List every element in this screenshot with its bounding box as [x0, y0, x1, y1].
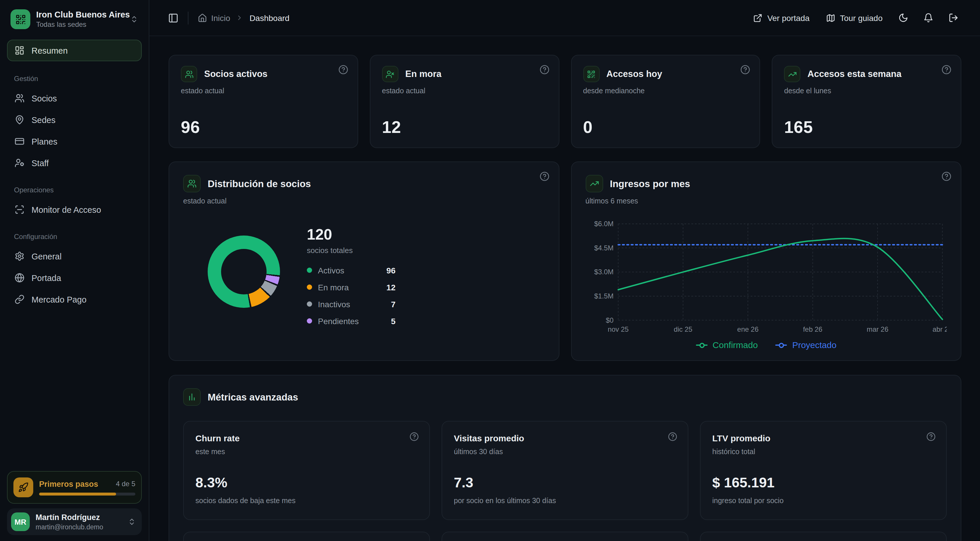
view-site-button[interactable]: Ver portada: [748, 10, 816, 26]
svg-text:$3.0M: $3.0M: [594, 268, 613, 276]
notifications-button[interactable]: [918, 10, 939, 26]
help-icon[interactable]: [942, 65, 951, 75]
donut-summary: 120 socios totales Activos 96 En mora: [307, 226, 396, 325]
link-icon: [14, 294, 24, 304]
users-icon: [14, 93, 24, 103]
metric-card-visitas-promedio: Visitas promedio últimos 30 días 7.3 por…: [442, 421, 688, 520]
breadcrumb: Inicio Dashboard: [198, 13, 290, 22]
card-chip: [585, 175, 603, 192]
help-icon[interactable]: [926, 432, 935, 441]
map-icon: [826, 13, 835, 22]
distribution-card: Distribución de socios estado actual 120…: [169, 162, 559, 361]
onboarding-chip: [13, 478, 33, 497]
org-name: Iron Club Buenos Aires: [36, 10, 124, 20]
nav-section-operaciones: Operaciones: [7, 186, 142, 194]
user-name: Martín Rodríguez: [36, 513, 122, 523]
stat-value: 96: [181, 118, 346, 137]
svg-text:nov 25: nov 25: [608, 325, 628, 333]
sidebar: Iron Club Buenos Aires Todas las sedes R…: [0, 0, 150, 541]
help-icon[interactable]: [668, 432, 677, 441]
app-window: Iron Club Buenos Aires Todas las sedes R…: [0, 0, 980, 541]
stat-card-accesos-semana: Accesos esta semana desde el lunes 165: [772, 55, 962, 148]
svg-text:feb 26: feb 26: [803, 325, 822, 333]
line-swatch-icon: [696, 342, 707, 348]
charts-row: Distribución de socios estado actual 120…: [169, 162, 961, 361]
legend-dot: [307, 301, 312, 307]
metric-title: Visitas promedio: [454, 433, 676, 443]
stat-chip: [784, 66, 800, 82]
layout-dashboard-icon: [14, 46, 24, 56]
sidebar-item-label: General: [32, 252, 62, 261]
onboarding-progress-fill: [39, 492, 116, 495]
logout-icon: [948, 13, 958, 23]
metric-subtitle: este mes: [196, 448, 418, 456]
user-cog-icon: [14, 158, 24, 168]
help-icon[interactable]: [409, 432, 419, 441]
legend-row-pendientes: Pendientes 5: [307, 316, 396, 325]
sidebar-toggle-button[interactable]: [168, 13, 178, 23]
stat-chip: [181, 66, 197, 82]
org-switcher[interactable]: Iron Club Buenos Aires Todas las sedes: [7, 7, 142, 32]
chevrons-up-down-icon: [130, 15, 138, 23]
sidebar-item-mercado-pago[interactable]: Mercado Pago: [7, 289, 142, 310]
stat-chip: [382, 66, 398, 82]
help-icon[interactable]: [942, 171, 951, 181]
card-subtitle: estado actual: [183, 197, 544, 205]
sidebar-item-planes[interactable]: Planes: [7, 130, 142, 152]
stat-value: 165: [784, 118, 950, 137]
metric-footnote: socios dados de baja este mes: [196, 497, 418, 505]
help-icon[interactable]: [539, 65, 549, 75]
sidebar-item-general[interactable]: General: [7, 246, 142, 267]
stats-row: Socios activos estado actual 96 En mora …: [169, 55, 961, 148]
sidebar-item-label: Mercado Pago: [32, 295, 87, 304]
breadcrumb-home[interactable]: Inicio: [198, 13, 230, 22]
rocket-icon: [18, 482, 29, 493]
metrics-grid: Churn rate este mes 8.3% socios dados de…: [183, 421, 947, 520]
onboarding-card[interactable]: Primeros pasos 4 de 5: [7, 471, 142, 504]
chevrons-up-down-icon: [128, 518, 136, 526]
avatar: MR: [11, 512, 30, 531]
map-pin-icon: [14, 115, 24, 125]
sidebar-item-staff[interactable]: Staff: [7, 152, 142, 174]
card-title: Ingresos por mes: [610, 178, 690, 189]
user-menu[interactable]: MR Martín Rodríguez martin@ironclub.demo: [7, 508, 142, 535]
scan-line-icon: [14, 205, 24, 214]
sidebar-item-portada[interactable]: Portada: [7, 267, 142, 289]
help-icon[interactable]: [338, 65, 348, 75]
nav-section-gestion: Gestión: [7, 75, 142, 83]
metric-footnote: por socio en los últimos 30 días: [454, 497, 676, 505]
legend-dot: [307, 268, 312, 273]
moon-icon: [898, 13, 908, 23]
theme-toggle-button[interactable]: [893, 10, 913, 26]
sidebar-bottom: Primeros pasos 4 de 5 MR Martín Rodrígue…: [7, 471, 142, 535]
sidebar-nav: Resumen Gestión Socios Sedes Planes Staf…: [7, 32, 142, 310]
chevron-right-icon: [235, 14, 243, 22]
card-chip: [183, 388, 200, 406]
users-icon: [185, 70, 193, 78]
guided-tour-button[interactable]: Tour guiado: [820, 10, 888, 26]
card-subtitle: últimos 6 meses: [585, 197, 947, 205]
advanced-metrics-card: Métricas avanzadas Churn rate este mes 8…: [169, 375, 961, 541]
sidebar-item-sedes[interactable]: Sedes: [7, 109, 142, 130]
legend-dot: [307, 318, 312, 324]
legend-item-proyectado[interactable]: Proyectado: [775, 340, 837, 350]
logout-button[interactable]: [943, 10, 964, 26]
metric-title: Churn rate: [196, 433, 418, 443]
sidebar-item-monitor-de-acceso[interactable]: Monitor de Acceso: [7, 199, 142, 221]
help-icon[interactable]: [539, 171, 549, 181]
svg-text:dic 25: dic 25: [673, 325, 692, 333]
sidebar-item-socios[interactable]: Socios: [7, 87, 142, 109]
stat-subtitle: desde medianoche: [583, 87, 748, 95]
qr-code-icon: [15, 14, 26, 25]
metric-subtitle: histórico total: [712, 448, 934, 456]
income-card: Ingresos por mes últimos 6 meses nov 25d…: [571, 162, 961, 361]
legend-item-confirmado[interactable]: Confirmado: [696, 340, 758, 350]
help-icon[interactable]: [741, 65, 751, 75]
sidebar-item-label: Monitor de Acceso: [32, 205, 101, 214]
section-title: Métricas avanzadas: [208, 392, 298, 403]
legend-dot: [307, 284, 312, 290]
legend-row-inactivos: Inactivos 7: [307, 299, 396, 309]
panel-left-icon: [168, 13, 178, 23]
sidebar-item-resumen[interactable]: Resumen: [7, 40, 142, 61]
main-content: Socios activos estado actual 96 En mora …: [150, 36, 980, 541]
